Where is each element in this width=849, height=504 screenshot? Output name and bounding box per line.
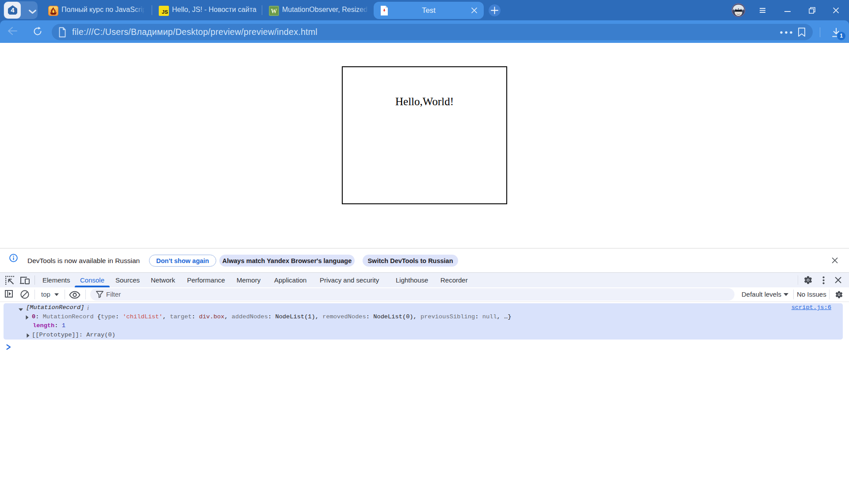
svg-text:JS: JS <box>162 9 168 15</box>
svg-text:W: W <box>271 8 277 15</box>
